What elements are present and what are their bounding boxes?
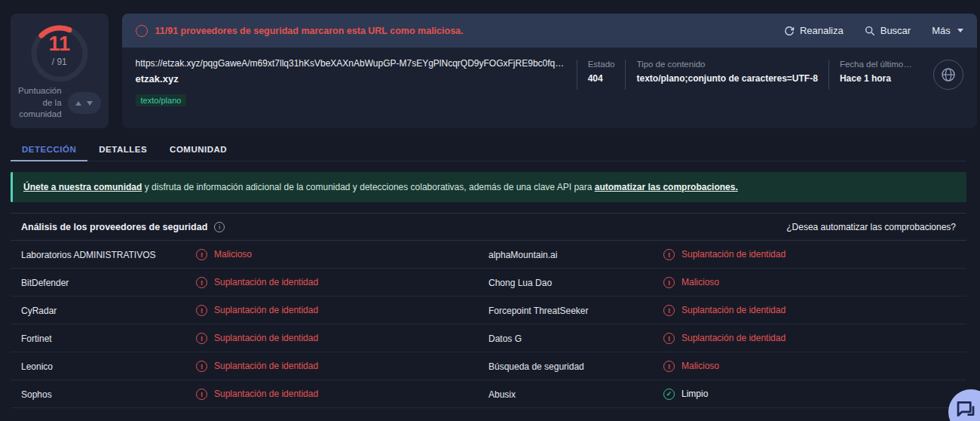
reanalyze-button[interactable]: Reanaliza <box>784 25 844 36</box>
vendor-name: Búsqueda de seguridad <box>488 361 584 372</box>
verdict-icon <box>663 361 675 372</box>
verdict-text: Suplantación de identidad <box>214 305 318 315</box>
vendor-verdict: Malicioso <box>663 277 956 288</box>
join-community-link[interactable]: Únete a nuestra comunidad <box>23 182 142 192</box>
verdict-icon <box>196 249 207 260</box>
report-tabs: DETECCIÓN DETALLES COMUNIDAD <box>11 145 966 161</box>
table-row: BitDefender Suplantación de identidad Ch… <box>11 269 966 297</box>
content-type-label: Tipo de contenido <box>636 60 817 69</box>
warning-icon <box>136 25 148 37</box>
vendor-name: alphaMountain.ai <box>488 250 557 260</box>
verdict-icon <box>663 277 675 288</box>
vendor-verdict: Suplantación de identidad <box>663 333 956 344</box>
vendor-verdict: Malicioso <box>196 249 488 260</box>
top-section: 11 / 91 Puntuación de la comunidad 11/91… <box>11 14 966 128</box>
search-button[interactable]: Buscar <box>865 25 911 36</box>
vendor-name: Chong Lua Dao <box>488 278 552 288</box>
vendor-verdict: Limpio <box>663 389 956 400</box>
table-row: Leonico Suplantación de identidad Búsque… <box>11 352 966 380</box>
vendor-name: Sophos <box>21 389 52 400</box>
content-type-tag[interactable]: texto/plano <box>136 94 187 106</box>
vendor-name: Fortinet <box>21 333 52 344</box>
vendor-name: BitDefender <box>21 278 69 288</box>
status-meta: Estado 404 <box>577 60 626 90</box>
vendor-verdict: Suplantación de identidad <box>196 277 488 288</box>
globe-icon <box>940 66 957 83</box>
vote-up-icon[interactable] <box>75 101 81 106</box>
last-analysis-value: Hace 1 hora <box>840 73 912 84</box>
chevron-down-icon <box>957 29 963 32</box>
url-graph-button[interactable] <box>933 60 963 90</box>
verdict-text: Malicioso <box>214 249 252 260</box>
verdict-icon <box>196 361 207 372</box>
vendors-table: Laboratorios ADMINISTRATIVOS Malicioso a… <box>11 241 966 408</box>
url-domain: etzak.xyz <box>136 73 565 85</box>
verdict-icon <box>196 277 207 288</box>
detection-score-donut: 11 / 91 <box>29 23 90 78</box>
verdict-icon <box>663 389 675 400</box>
chat-icon <box>954 398 977 420</box>
verdict-text: Suplantación de identidad <box>214 361 318 371</box>
info-icon[interactable]: i <box>214 222 225 232</box>
verdict-text: Malicioso <box>681 277 719 287</box>
table-row: Fortinet Suplantación de identidad Datos… <box>11 324 966 352</box>
vendor-verdict: Suplantación de identidad <box>663 249 956 260</box>
table-row: CyRadar Suplantación de identidad Forcep… <box>11 297 966 324</box>
warning-text: 11/91 proveedores de seguridad marcaron … <box>155 26 464 36</box>
vendor-verdict: Suplantación de identidad <box>663 305 956 316</box>
vendor-verdict: Suplantación de identidad <box>196 389 488 400</box>
vendor-name: CyRadar <box>21 306 57 316</box>
verdict-text: Suplantación de identidad <box>214 333 318 343</box>
verdict-text: Suplantación de identidad <box>214 277 318 287</box>
status-value: 404 <box>588 73 615 84</box>
content-type-meta: Tipo de contenido texto/plano;conjunto d… <box>625 60 828 90</box>
tab-comunidad[interactable]: COMUNIDAD <box>158 145 238 161</box>
verdict-icon <box>663 249 675 260</box>
join-community-banner: Únete a nuestra comunidad y disfruta de … <box>11 172 966 202</box>
verdict-icon <box>663 333 675 344</box>
content-type-value: texto/plano;conjunto de caracteres=UTF-8 <box>636 73 817 84</box>
score-total: / 91 <box>52 57 67 67</box>
verdict-text: Suplantación de identidad <box>681 249 786 260</box>
tab-deteccion[interactable]: DETECCIÓN <box>11 145 87 161</box>
vendor-name: Datos G <box>488 333 522 344</box>
vendors-section-title: Análisis de los proveedores de seguridad <box>21 222 207 232</box>
vendor-name: Leonico <box>21 361 53 372</box>
vendor-name: Forcepoint ThreatSeeker <box>488 306 589 316</box>
verdict-icon <box>196 389 207 400</box>
vendor-verdict: Malicioso <box>663 361 956 372</box>
vendor-verdict: Suplantación de identidad <box>196 333 488 344</box>
table-row: Laboratorios ADMINISTRATIVOS Malicioso a… <box>11 241 966 269</box>
status-label: Estado <box>588 60 615 69</box>
community-score-card: 11 / 91 Puntuación de la comunidad <box>11 14 109 128</box>
verdict-text: Malicioso <box>681 361 719 371</box>
search-icon <box>865 26 875 36</box>
table-row: Sophos Suplantación de identidad Abusix … <box>11 380 966 408</box>
verdict-icon <box>663 305 675 316</box>
automate-checks-question-link[interactable]: ¿Desea automatizar las comprobaciones? <box>786 222 956 232</box>
report-card: 11/91 proveedores de seguridad marcaron … <box>122 14 977 128</box>
verdict-text: Suplantación de identidad <box>681 305 786 315</box>
vendors-section-header: Análisis de los proveedores de seguridad… <box>11 213 966 241</box>
reanalyze-icon <box>784 26 795 36</box>
verdict-icon <box>196 333 207 344</box>
automate-checks-link[interactable]: automatizar las comprobaciones. <box>595 182 738 192</box>
verdict-icon <box>196 305 207 316</box>
last-analysis-meta: Fecha del último… Hace 1 hora <box>828 60 923 90</box>
vote-down-icon[interactable] <box>87 101 93 106</box>
vendor-verdict: Suplantación de identidad <box>196 305 488 316</box>
verdict-text: Limpio <box>681 389 708 399</box>
banner-middle-text: y disfruta de información adicional de l… <box>142 182 594 192</box>
verdict-text: Suplantación de identidad <box>681 333 786 343</box>
vendor-name: Abusix <box>488 389 516 400</box>
full-url-link[interactable]: https://etzak.xyz/pqgGaweA/m69xt7llq31hK… <box>136 58 565 69</box>
more-button[interactable]: Más <box>932 25 963 36</box>
verdict-text: Suplantación de identidad <box>214 389 318 399</box>
vendor-name: Laboratorios ADMINISTRATIVOS <box>21 250 156 260</box>
detection-alert-bar: 11/91 proveedores de seguridad marcaron … <box>122 14 977 48</box>
vendor-verdict: Suplantación de identidad <box>196 361 488 372</box>
community-votes-widget[interactable] <box>68 92 101 114</box>
score-value: 11 <box>48 34 70 54</box>
last-analysis-label: Fecha del último… <box>840 60 912 69</box>
tab-detalles[interactable]: DETALLES <box>87 145 158 161</box>
